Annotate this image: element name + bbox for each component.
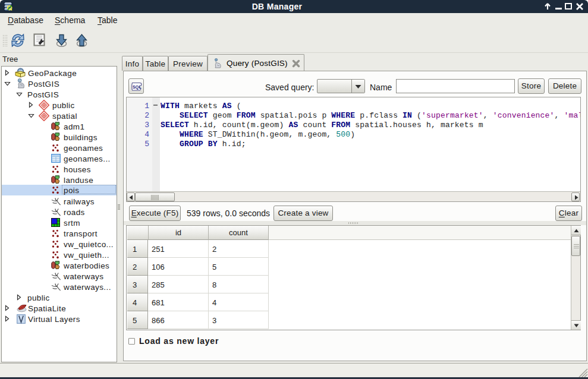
svg-text:SQL: SQL bbox=[133, 85, 142, 90]
